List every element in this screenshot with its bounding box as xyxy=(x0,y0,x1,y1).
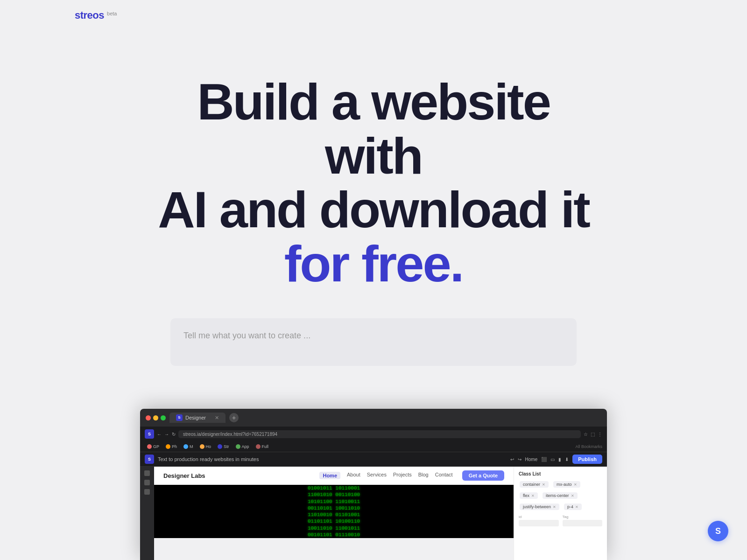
hero-title-line2: AI and download it xyxy=(158,181,589,238)
website-nav-links: Home About Services Projects Blog Contac… xyxy=(319,472,452,479)
nav-link-services[interactable]: Services xyxy=(367,472,387,479)
forward-icon[interactable]: → xyxy=(164,432,169,437)
logo-container[interactable]: streos beta xyxy=(75,9,117,21)
maximize-dot xyxy=(161,415,166,420)
inner-sidebar xyxy=(140,467,154,560)
all-bookmarks-label: All Bookmarks xyxy=(575,444,602,449)
menu-icon[interactable]: ⋮ xyxy=(598,432,602,437)
tab-close-icon[interactable]: ✕ xyxy=(215,415,219,421)
reload-icon[interactable]: ↻ xyxy=(172,432,176,437)
bookmark-gp[interactable]: GP xyxy=(145,443,162,450)
nav-link-projects[interactable]: Projects xyxy=(393,472,412,479)
class-tag-flex[interactable]: flex ✕ xyxy=(520,492,538,499)
panel-id-field: id xyxy=(519,515,559,526)
panel-tag-label: Tag xyxy=(563,515,603,519)
remove-flex-icon[interactable]: ✕ xyxy=(531,494,535,498)
website-cta-button[interactable]: Get a Quote xyxy=(462,470,504,481)
prompt-container[interactable] xyxy=(170,318,577,366)
logo-text: streos xyxy=(75,9,104,21)
bm-gp-icon xyxy=(147,444,152,449)
prompt-input[interactable] xyxy=(183,329,564,355)
bm-full-icon xyxy=(256,444,261,449)
beta-badge: beta xyxy=(107,11,117,16)
panel-field-row: id Tag xyxy=(519,515,602,526)
bm-str-icon xyxy=(218,444,222,449)
hero-title: Build a website with AI and download it … xyxy=(152,75,595,290)
bm-ph-icon xyxy=(166,444,170,449)
streos-app-logo: S xyxy=(145,455,154,464)
toolbar-favicon: S xyxy=(145,429,154,439)
nav-history-fwd[interactable]: ↪ xyxy=(518,457,521,462)
bookmark-str[interactable]: Str xyxy=(215,443,232,450)
bookmark-app[interactable]: App xyxy=(233,443,252,450)
streos-home-label: Home xyxy=(525,457,538,462)
device-tablet-icon[interactable]: ▭ xyxy=(550,457,555,462)
browser-chrome: S Designer ✕ + xyxy=(140,409,607,427)
extensions-icon[interactable]: ⬚ xyxy=(591,432,595,437)
browser-tab[interactable]: S Designer ✕ xyxy=(169,413,226,423)
streos-app-header: S Text to production ready websites in m… xyxy=(140,452,607,467)
nav-link-home[interactable]: Home xyxy=(319,472,340,479)
remove-mx-auto-icon[interactable]: ✕ xyxy=(574,483,577,487)
bookmark-icon[interactable]: ☆ xyxy=(584,432,588,437)
sidebar-icon-1[interactable] xyxy=(144,470,150,476)
back-icon[interactable]: ← xyxy=(157,432,162,437)
class-tag-justify-between[interactable]: justify-between ✕ xyxy=(520,504,559,510)
bm-m-icon xyxy=(183,444,188,449)
bm-app-icon xyxy=(236,444,240,449)
remove-justify-between-icon[interactable]: ✕ xyxy=(553,505,556,509)
navbar: streos beta xyxy=(0,0,747,31)
device-mobile-icon[interactable]: ▮ xyxy=(558,457,561,462)
new-tab-button[interactable]: + xyxy=(229,413,239,422)
sidebar-icon-2[interactable] xyxy=(144,480,150,485)
website-nav: Designer Labs Home About Services Projec… xyxy=(154,467,514,485)
class-tag-mx-auto[interactable]: mx-auto ✕ xyxy=(553,481,580,488)
class-tag-items-center[interactable]: items-center ✕ xyxy=(543,492,578,499)
bookmarks-bar: GP Ph M Ho Str App Full All Bookmarks xyxy=(140,441,607,452)
device-desktop-icon[interactable]: ⬛ xyxy=(541,457,547,462)
browser-toolbar: S ← → ↻ streos.ia/designer/index.html?id… xyxy=(140,427,607,441)
bookmark-ho[interactable]: Ho xyxy=(197,443,214,450)
tab-favicon: S xyxy=(176,414,183,421)
class-tags-row-2: justify-between ✕ p-4 ✕ xyxy=(519,503,602,511)
user-avatar-initial: S xyxy=(715,526,721,536)
matrix-background: 01001011 10110001 11001010 00110100 1010… xyxy=(154,485,514,538)
download-icon[interactable]: ⬇ xyxy=(565,457,569,462)
inner-main-area: Designer Labs Home About Services Projec… xyxy=(154,467,514,560)
tab-label: Designer xyxy=(185,415,206,420)
panel-id-input[interactable] xyxy=(519,520,559,526)
nav-link-about[interactable]: About xyxy=(347,472,360,479)
user-avatar[interactable]: S xyxy=(708,521,728,541)
nav-link-contact[interactable]: Contact xyxy=(435,472,453,479)
nav-link-blog[interactable]: Blog xyxy=(418,472,429,479)
bookmark-m[interactable]: M xyxy=(181,443,196,450)
class-tags-row-1: container ✕ mx-auto ✕ flex ✕ items-cente… xyxy=(519,480,602,500)
remove-items-center-icon[interactable]: ✕ xyxy=(571,494,574,498)
panel-id-label: id xyxy=(519,515,559,519)
website-logo: Designer Labs xyxy=(163,472,205,479)
remove-container-icon[interactable]: ✕ xyxy=(542,483,545,487)
panel-tag-field: Tag xyxy=(563,515,603,526)
bookmark-ph[interactable]: Ph xyxy=(163,443,179,450)
inner-website-preview: Designer Labs Home About Services Projec… xyxy=(140,467,607,560)
panel-section-title: Class List xyxy=(519,471,602,476)
bookmark-full[interactable]: Full xyxy=(254,443,271,450)
hero-title-line1: Build a website with xyxy=(197,73,550,184)
nav-history-back[interactable]: ↩ xyxy=(510,457,514,462)
minimize-dot xyxy=(153,415,158,420)
class-tag-container[interactable]: container ✕ xyxy=(520,481,549,488)
hero-title-line3: for free. xyxy=(284,235,463,292)
bm-ho-icon xyxy=(200,444,204,449)
browser-preview: S Designer ✕ + S ← → ↻ streos.ia/designe… xyxy=(140,409,607,560)
sidebar-icon-3[interactable] xyxy=(144,489,150,495)
streos-tagline: Text to production ready websites in min… xyxy=(158,456,507,462)
matrix-text: 01001011 10110001 11001010 00110100 1010… xyxy=(308,485,360,538)
class-tag-p4[interactable]: p-4 ✕ xyxy=(564,504,582,510)
close-dot xyxy=(146,415,151,420)
panel-tag-input[interactable] xyxy=(563,520,603,526)
publish-button[interactable]: Publish xyxy=(572,455,602,464)
traffic-lights xyxy=(146,415,166,420)
url-bar[interactable]: streos.ia/designer/index.html?id=7652171… xyxy=(178,430,581,438)
right-panel: Class List container ✕ mx-auto ✕ flex ✕ … xyxy=(514,467,607,560)
remove-p4-icon[interactable]: ✕ xyxy=(575,505,578,509)
